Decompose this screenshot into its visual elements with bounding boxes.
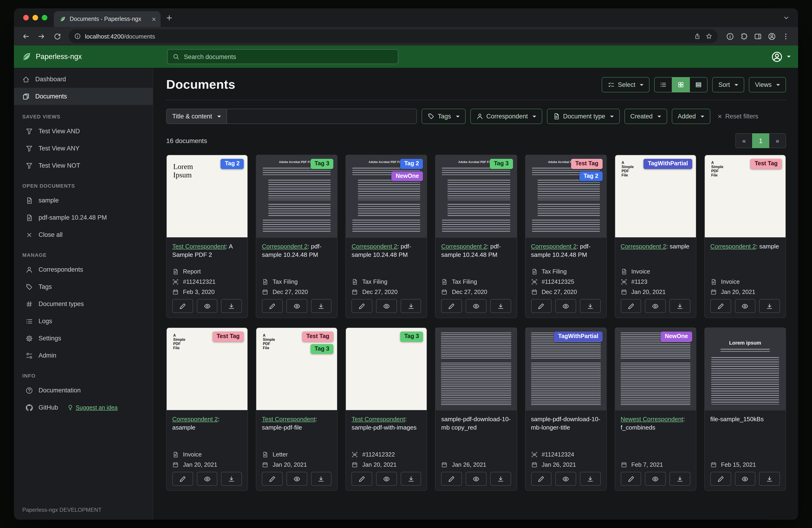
address-bar[interactable]: localhost:4200/documents [69,29,718,43]
view-document-button[interactable] [645,472,666,486]
pagination-next-button[interactable]: » [769,133,786,148]
edit-document-button[interactable] [531,472,552,486]
document-thumbnail[interactable]: TagWithPartial [525,328,606,411]
edit-document-button[interactable] [441,299,462,313]
tag-badge[interactable]: NewOne [392,171,423,181]
document-thumbnail[interactable]: Adobe Acrobat PDF FilesTag 3 [436,155,517,238]
download-document-button[interactable] [759,299,780,313]
document-thumbnail[interactable]: A Simple PDF FileTest Tag [167,328,247,411]
edit-document-button[interactable] [172,299,193,313]
filter-tags-button[interactable]: Tags [422,109,465,124]
document-thumbnail[interactable]: Lorem ipsum [705,328,785,411]
reload-button[interactable] [50,29,64,43]
edit-document-button[interactable] [352,299,372,313]
grid-view-button[interactable] [672,77,690,92]
document-thumbnail[interactable]: Lorem IpsumTag 2 [167,155,247,238]
sidebar-item-documents[interactable]: Documents [14,88,153,105]
side-panel-icon[interactable] [754,32,762,40]
tab-list-chevron-icon[interactable] [783,14,790,21]
details-view-button[interactable] [690,77,708,92]
title-content-dropdown[interactable]: Title & content [166,109,227,124]
tag-badge[interactable]: Tag 2 [400,159,423,169]
tag-badge[interactable]: TagWithPartial [554,331,603,342]
title-content-input[interactable] [227,109,417,124]
document-thumbnail[interactable]: Tag 3 [346,328,427,411]
download-document-button[interactable] [221,299,242,313]
view-document-button[interactable] [466,299,486,313]
edit-document-button[interactable] [621,472,641,486]
document-card[interactable]: A Simple PDF FileTagWithPartial Correspo… [614,155,696,318]
tag-badge[interactable]: TagWithPartial [644,159,692,169]
tag-badge[interactable]: Test Tag [213,331,244,342]
download-document-button[interactable] [759,472,780,486]
sidebar-item-close-all[interactable]: Close all [14,226,153,243]
view-document-button[interactable] [645,299,666,313]
browser-menu-icon[interactable] [782,32,790,40]
document-thumbnail[interactable]: A Simple PDF FileTagWithPartial [615,155,696,238]
bookmark-star-icon[interactable] [706,33,712,40]
tag-badge[interactable]: Tag 3 [310,344,333,354]
sidebar-item-settings[interactable]: Settings [14,330,153,347]
tag-badge[interactable]: Tag 2 [579,171,603,181]
sidebar-item-admin[interactable]: Admin [14,347,153,364]
download-document-button[interactable] [669,299,690,313]
document-card[interactable]: Lorem IpsumTag 2 Test Correspondent: A S… [166,155,248,318]
correspondent-link[interactable]: Test Correspondent [262,416,315,423]
sidebar-item-github[interactable]: GitHubSuggest an idea [14,399,153,416]
correspondent-link[interactable]: Test Correspondent [172,243,226,250]
tag-badge[interactable]: Tag 3 [310,159,333,169]
correspondent-link[interactable]: Correspondent 2 [262,243,308,250]
app-brand[interactable]: Paperless-ngx [21,52,82,62]
sidebar-item-documentation[interactable]: Documentation [14,382,153,399]
close-window-button[interactable] [23,15,29,20]
browser-tab[interactable]: Documents - Paperless-ngx [54,11,161,27]
view-document-button[interactable] [287,299,307,313]
edit-document-button[interactable] [352,472,372,486]
site-info-icon[interactable] [74,33,81,40]
filter-added-button[interactable]: Added [671,109,710,124]
sidebar-item-logs[interactable]: Logs [14,313,153,330]
view-document-button[interactable] [376,299,397,313]
tag-badge[interactable]: Tag 3 [400,331,423,342]
list-view-button[interactable] [654,77,672,92]
sort-button[interactable]: Sort [712,77,744,92]
extensions-puzzle-icon[interactable] [740,32,748,40]
reset-filters-button[interactable]: × Reset filters [717,113,758,120]
document-card[interactable]: Adobe Acrobat PDF FilesTest TagTag 2 Cor… [525,155,607,318]
user-menu[interactable] [771,51,791,62]
sidebar-item-sample[interactable]: sample [14,192,153,209]
tag-badge[interactable]: Tag 3 [490,159,513,169]
tag-badge[interactable]: Test Tag [302,331,333,342]
document-thumbnail[interactable] [436,328,517,411]
share-icon[interactable] [694,33,700,40]
profile-avatar-icon[interactable] [768,32,776,40]
tag-badge[interactable]: Test Tag [751,159,782,169]
download-document-button[interactable] [580,299,600,313]
document-thumbnail[interactable]: A Simple PDF FileTest Tag [705,155,785,238]
download-document-button[interactable] [580,472,600,486]
view-document-button[interactable] [555,299,576,313]
search-input[interactable] [183,53,393,61]
tab-close-icon[interactable] [151,16,157,22]
filter-document-type-button[interactable]: Document type [547,109,620,124]
document-thumbnail[interactable]: Adobe Acrobat PDF FilesTag 2NewOne [346,155,427,238]
download-document-button[interactable] [490,299,511,313]
correspondent-link[interactable]: Newest Correspondent [621,416,683,423]
edit-document-button[interactable] [441,472,462,486]
view-document-button[interactable] [735,472,755,486]
download-document-button[interactable] [490,472,511,486]
forward-button[interactable] [34,29,48,43]
view-document-button[interactable] [555,472,576,486]
document-card[interactable]: A Simple PDF FileTest Tag Correspondent … [704,155,786,318]
document-card[interactable]: Adobe Acrobat PDF FilesTag 3 Corresponde… [256,155,337,318]
view-document-button[interactable] [287,472,307,486]
filter-correspondent-button[interactable]: Correspondent [470,109,542,124]
sidebar-item-dashboard[interactable]: Dashboard [14,71,153,88]
edit-document-button[interactable] [621,299,641,313]
document-thumbnail[interactable]: A Simple PDF FileTest TagTag 3 [256,328,337,411]
views-button[interactable]: Views [749,77,786,92]
document-card[interactable]: Adobe Acrobat PDF FilesTag 2NewOne Corre… [346,155,427,318]
view-document-button[interactable] [197,472,217,486]
document-thumbnail[interactable]: NewOne [615,328,696,411]
pagination-page-1-button[interactable]: 1 [752,133,769,148]
